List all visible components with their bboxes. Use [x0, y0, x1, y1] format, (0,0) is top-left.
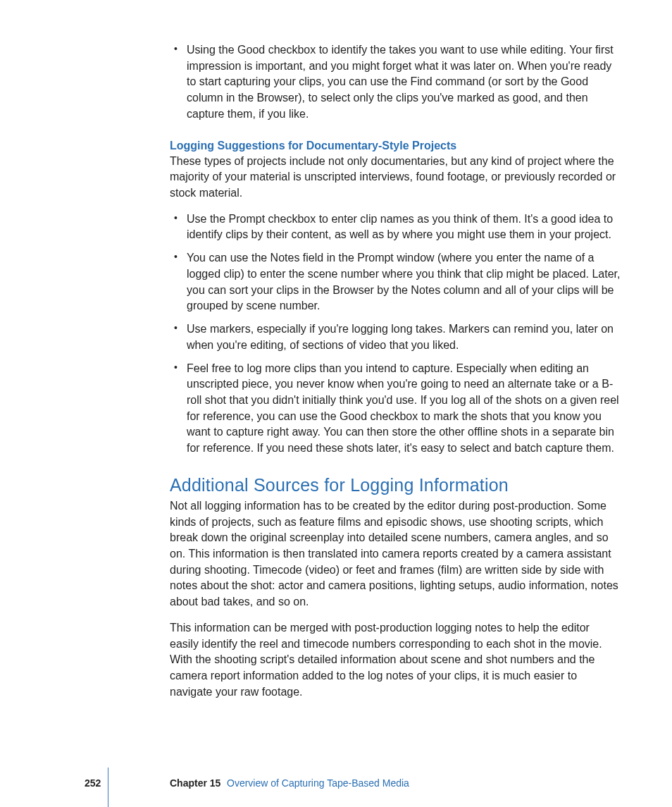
page-number: 252	[85, 777, 101, 789]
documentary-heading: Logging Suggestions for Documentary-Styl…	[170, 140, 621, 152]
additional-sources-title: Additional Sources for Logging Informati…	[170, 475, 621, 495]
chapter-label: Chapter 15	[170, 777, 220, 789]
page-content: Using the Good checkbox to identify the …	[170, 42, 621, 710]
additional-p1: Not all logging information has to be cr…	[170, 498, 621, 610]
list-item: Using the Good checkbox to identify the …	[170, 42, 621, 123]
list-item: You can use the Notes field in the Promp…	[170, 250, 621, 314]
list-item: Use the Prompt checkbox to enter clip na…	[170, 211, 621, 243]
additional-p2: This information can be merged with post…	[170, 620, 621, 701]
list-item: Feel free to log more clips than you int…	[170, 361, 621, 457]
chapter-title: Overview of Capturing Tape-Based Media	[227, 777, 409, 789]
documentary-bullet-list: Use the Prompt checkbox to enter clip na…	[170, 211, 621, 457]
list-item: Use markers, especially if you're loggin…	[170, 321, 621, 353]
intro-bullet-list: Using the Good checkbox to identify the …	[170, 42, 621, 123]
footer-rule	[108, 768, 108, 807]
page-footer: 252 Chapter 15 Overview of Capturing Tap…	[0, 768, 672, 807]
documentary-intro: These types of projects include not only…	[170, 154, 621, 202]
